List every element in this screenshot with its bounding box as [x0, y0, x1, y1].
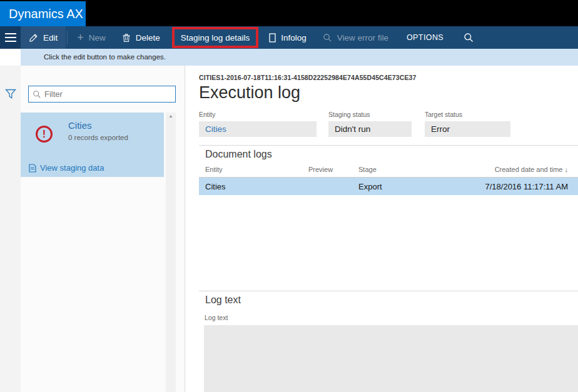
options-menu[interactable]: OPTIONS: [397, 26, 454, 49]
filter-input[interactable]: [44, 89, 171, 99]
toolbar-search-button[interactable]: [454, 26, 484, 49]
sort-descending-icon: ↓: [565, 166, 569, 173]
log-text-field-label: Log text: [205, 314, 578, 321]
list-item-cities[interactable]: ! Cities 0 records exported View staging…: [21, 113, 164, 177]
document-logs-header-row: Entity Preview Stage Created date and ti…: [199, 166, 578, 178]
entity-title: Cities: [68, 120, 92, 131]
row-stage-cell: Export: [358, 182, 438, 191]
content-area: ! Cities 0 records exported View staging…: [0, 66, 578, 392]
pencil-icon: [29, 33, 38, 43]
staging-log-details-highlight: Staging log details: [172, 27, 258, 48]
document-logs-title: Document logs: [199, 149, 578, 160]
log-text-area[interactable]: [204, 325, 578, 392]
search-icon: [464, 33, 474, 43]
staging-status-label: Staging status: [328, 111, 412, 118]
row-created-cell: 7/18/2016 11:17:11 AM: [438, 182, 578, 191]
app-logo[interactable]: Dynamics AX: [0, 1, 86, 26]
infolog-icon: [269, 33, 276, 43]
staging-log-details-button[interactable]: Staging log details: [175, 29, 256, 46]
target-status-value: Error: [425, 121, 510, 137]
notification-bar: Click the edit button to make changes.: [21, 49, 578, 66]
scroll-up-arrow-icon[interactable]: ▲: [166, 113, 176, 120]
status-fields: Entity Cities Staging status Didn't run …: [199, 111, 578, 137]
top-bar: Dynamics AX: [0, 0, 578, 26]
log-text-title: Log text: [199, 294, 578, 306]
column-header-preview[interactable]: Preview: [308, 166, 358, 173]
view-error-file-button[interactable]: View error file: [315, 26, 397, 49]
toolbar-separator: [67, 31, 68, 44]
execution-job-id: CITIES1-2016-07-18T11:16:31-4158D2225298…: [199, 74, 578, 81]
document-logs-section: Document logs Entity Preview Stage Creat…: [199, 145, 578, 195]
target-status-label: Target status: [425, 111, 510, 118]
new-button[interactable]: + New: [69, 26, 114, 49]
entity-field-value[interactable]: Cities: [199, 121, 317, 137]
records-exported-text: 0 records exported: [68, 134, 128, 141]
edit-label: Edit: [43, 33, 58, 43]
log-text-section: Log text Log text: [199, 291, 578, 392]
delete-label: Delete: [136, 33, 160, 43]
column-header-stage[interactable]: Stage: [358, 166, 438, 173]
hamburger-menu-button[interactable]: [0, 26, 21, 49]
filter-funnel-icon[interactable]: [5, 89, 16, 99]
table-row[interactable]: Cities Export 7/18/2016 11:17:11 AM: [199, 178, 578, 195]
column-header-created[interactable]: Created date and time↓: [438, 166, 578, 173]
staging-log-details-label: Staging log details: [181, 33, 250, 43]
magnifier-icon: [323, 33, 332, 43]
left-icon-strip: [0, 66, 21, 392]
page-title: Execution log: [199, 83, 578, 103]
trash-icon: [122, 33, 131, 43]
notification-message: Click the edit button to make changes.: [44, 53, 166, 61]
infolog-label: Infolog: [281, 33, 307, 43]
sidebar-scrollbar[interactable]: ▲: [166, 113, 176, 392]
filter-box: [28, 86, 176, 103]
error-status-icon: !: [36, 126, 53, 143]
staging-status-value: Didn't run: [328, 121, 412, 137]
view-staging-data-link[interactable]: View staging data: [29, 163, 104, 173]
entity-list: ! Cities 0 records exported View staging…: [21, 113, 185, 392]
plus-icon: +: [77, 32, 84, 43]
entity-field-label: Entity: [199, 111, 317, 118]
sidebar: ! Cities 0 records exported View staging…: [21, 66, 185, 392]
view-error-file-label: View error file: [337, 33, 388, 43]
infolog-button[interactable]: Infolog: [261, 26, 315, 49]
action-toolbar: Edit + New Delete Staging log details In…: [0, 26, 578, 49]
options-label: OPTIONS: [407, 33, 444, 42]
new-label: New: [89, 33, 106, 43]
edit-button[interactable]: Edit: [21, 26, 66, 49]
row-entity-cell: Cities: [199, 182, 308, 191]
main-panel: CITIES1-2016-07-18T11:16:31-4158D2225298…: [185, 66, 578, 392]
document-icon: [29, 164, 36, 173]
delete-button[interactable]: Delete: [114, 26, 168, 49]
view-staging-data-label: View staging data: [40, 163, 104, 173]
column-header-entity[interactable]: Entity: [199, 166, 308, 173]
filter-search-icon: [33, 90, 41, 99]
empty-space: [199, 195, 578, 283]
